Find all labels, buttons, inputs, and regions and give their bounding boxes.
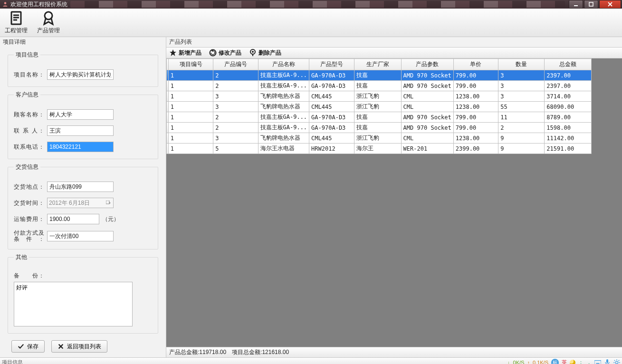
column-header[interactable]: 生产厂家 [354, 59, 401, 70]
payment-input[interactable] [47, 231, 114, 241]
table-cell[interactable]: 11142.00 [545, 133, 592, 144]
table-cell[interactable]: 技嘉主板GA-9... [258, 81, 309, 91]
table-cell[interactable]: 技嘉 [354, 123, 401, 133]
table-cell[interactable]: CML [401, 102, 453, 112]
table-cell[interactable]: 3714.00 [545, 91, 592, 102]
table-cell[interactable]: 2 [213, 81, 258, 91]
table-cell[interactable]: 2397.00 [545, 70, 592, 81]
table-cell[interactable]: 3 [498, 91, 545, 102]
table-cell[interactable]: 2 [213, 112, 258, 123]
project-name-input[interactable] [47, 69, 114, 80]
table-cell[interactable]: 2 [498, 123, 545, 133]
table-cell[interactable]: 海尔王 [354, 144, 401, 154]
table-cell[interactable]: 8789.00 [545, 112, 592, 123]
table-cell[interactable]: 浙江飞豹 [354, 91, 401, 102]
table-cell[interactable]: 技嘉主板GA-9... [258, 70, 309, 81]
column-header[interactable]: 产品编号 [213, 59, 258, 70]
table-cell[interactable]: 1 [168, 102, 213, 112]
table-cell[interactable]: 飞豹牌电热水器 [258, 133, 309, 144]
table-cell[interactable]: GA-970A-D3 [309, 70, 354, 81]
table-cell[interactable]: 1 [168, 123, 213, 133]
table-cell[interactable]: 2397.00 [545, 81, 592, 91]
table-cell[interactable]: 9 [498, 133, 545, 144]
table-cell[interactable]: 9 [498, 144, 545, 154]
table-cell[interactable]: 68090.00 [545, 102, 592, 112]
table-cell[interactable]: 799.00 [453, 123, 498, 133]
table-cell[interactable]: HRW2012 [309, 144, 354, 154]
table-cell[interactable]: 55 [498, 102, 545, 112]
ime-lang[interactable]: 英 [562, 359, 567, 364]
table-cell[interactable]: 1 [168, 144, 213, 154]
table-cell[interactable]: 3 [213, 133, 258, 144]
table-cell[interactable]: 1 [168, 91, 213, 102]
ime-badge[interactable]: 标 [551, 359, 559, 364]
add-product-button[interactable]: 新增产品 [169, 49, 201, 57]
phone-input[interactable] [47, 142, 114, 152]
table-cell[interactable]: 技嘉 [354, 81, 401, 91]
delivery-addr-input[interactable] [47, 182, 114, 192]
table-cell[interactable]: 浙江飞豹 [354, 133, 401, 144]
table-cell[interactable]: GA-970A-D3 [309, 123, 354, 133]
table-cell[interactable]: 21591.00 [545, 144, 592, 154]
table-cell[interactable]: AMD 970 Socket [401, 81, 453, 91]
table-cell[interactable]: 1 [168, 81, 213, 91]
table-cell[interactable]: 1598.00 [545, 123, 592, 133]
column-header[interactable]: 产品型号 [309, 59, 354, 70]
column-header[interactable]: 产品名称 [258, 59, 309, 70]
table-cell[interactable]: 2 [213, 70, 258, 81]
remark-textarea[interactable] [14, 282, 133, 326]
table-cell[interactable]: 1 [168, 70, 213, 81]
table-cell[interactable]: 2 [213, 123, 258, 133]
table-cell[interactable]: 3 [498, 70, 545, 81]
table-cell[interactable]: AMD 970 Socket [401, 123, 453, 133]
contact-input[interactable] [47, 125, 114, 136]
table-cell[interactable]: GA-970A-D3 [309, 112, 354, 123]
table-cell[interactable]: WER-201 [401, 144, 453, 154]
minimize-button[interactable] [569, 0, 583, 9]
column-header[interactable]: 数量 [498, 59, 545, 70]
table-row[interactable]: 13飞豹牌电热水器CML445浙江飞豹CML1238.0033714.00 [167, 91, 592, 102]
save-button[interactable]: 保存 [11, 340, 45, 353]
table-cell[interactable]: 技嘉主板GA-9... [258, 123, 309, 133]
table-cell[interactable]: 飞豹牌电热水器 [258, 91, 309, 102]
table-cell[interactable]: CML445 [309, 91, 354, 102]
table-cell[interactable]: 1 [168, 133, 213, 144]
table-row[interactable]: 15海尔王水电器HRW2012海尔王WER-2012399.00921591.0… [167, 144, 592, 154]
table-row[interactable]: 13飞豹牌电热水器CML445浙江飞豹CML1238.00911142.00 [167, 133, 592, 144]
table-cell[interactable]: CML [401, 133, 453, 144]
product-mgmt-button[interactable]: 产品管理 [35, 10, 62, 35]
table-cell[interactable]: 浙江飞豹 [354, 102, 401, 112]
table-cell[interactable]: 1238.00 [453, 102, 498, 112]
table-row[interactable]: 13飞豹牌电热水器CML445浙江飞豹CML1238.005568090.00 [167, 102, 592, 112]
table-cell[interactable]: GA-970A-D3 [309, 81, 354, 91]
column-header[interactable]: 项目编号 [168, 59, 213, 70]
delivery-time-picker[interactable]: 2012年 6月18日 [47, 198, 114, 208]
table-cell[interactable]: 技嘉主板GA-9... [258, 112, 309, 123]
table-cell[interactable]: 1 [168, 112, 213, 123]
table-row[interactable]: 12技嘉主板GA-9...GA-970A-D3技嘉AMD 970 Socket7… [167, 123, 592, 133]
mic-icon[interactable] [604, 359, 611, 364]
column-header[interactable]: 总金额 [545, 59, 592, 70]
ime-punct[interactable]: ； [578, 359, 584, 364]
table-cell[interactable]: AMD 970 Socket [401, 70, 453, 81]
ship-fee-input[interactable] [47, 214, 99, 224]
table-cell[interactable]: 1238.00 [453, 91, 498, 102]
project-mgmt-button[interactable]: 工程管理 [3, 10, 29, 35]
back-button[interactable]: 返回项目列表 [51, 340, 107, 353]
table-cell[interactable]: 5 [213, 144, 258, 154]
table-cell[interactable]: CML445 [309, 133, 354, 144]
table-cell[interactable]: 技嘉 [354, 70, 401, 81]
table-cell[interactable]: 技嘉 [354, 112, 401, 123]
edit-product-button[interactable]: 修改产品 [209, 49, 241, 57]
close-button[interactable] [599, 0, 621, 9]
table-cell[interactable]: 3 [213, 102, 258, 112]
table-cell[interactable]: 1238.00 [453, 133, 498, 144]
table-cell[interactable]: 799.00 [453, 112, 498, 123]
table-cell[interactable]: CML [401, 91, 453, 102]
column-header[interactable]: 单价 [453, 59, 498, 70]
table-cell[interactable]: AMD 970 Socket [401, 112, 453, 123]
table-cell[interactable]: 11 [498, 112, 545, 123]
gear-icon[interactable] [613, 359, 620, 364]
table-cell[interactable]: 3 [213, 91, 258, 102]
ime-comma[interactable]: ， [586, 359, 592, 364]
